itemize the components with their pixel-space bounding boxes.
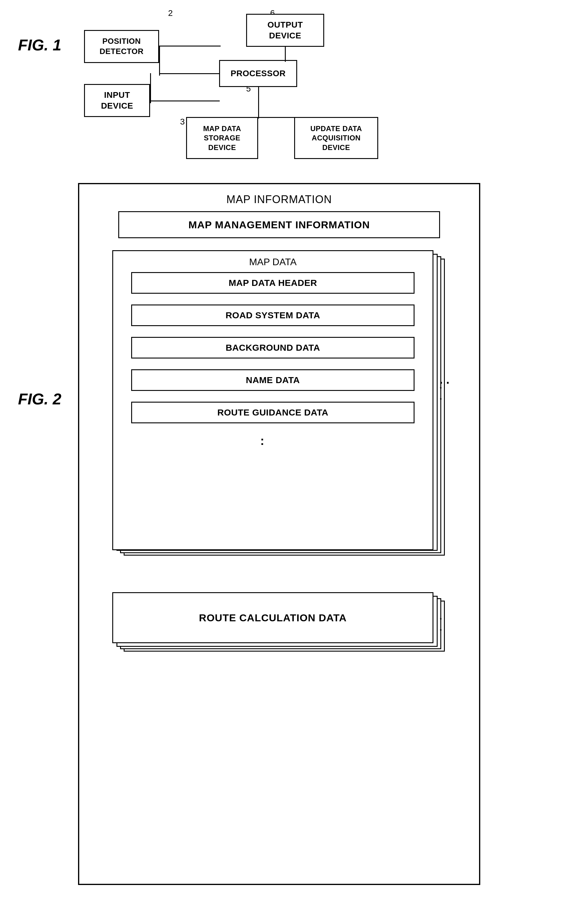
line-proc-pos: [159, 73, 220, 74]
line-proc-out-v: [285, 47, 286, 61]
fig1-section: FIG. 1 6 2 1 5 3 4 OUTPUTDEVICE POSITION…: [0, 0, 561, 168]
position-detector-box: POSITIONDETECTOR: [84, 30, 159, 63]
output-device-box: OUTPUTDEVICE: [246, 14, 324, 47]
fig2-container: MAP INFORMATION MAP MANAGEMENT INFORMATI…: [78, 183, 480, 885]
line-pos-h: [159, 46, 160, 76]
label-3: 3: [180, 117, 185, 127]
road-system-data-box: ROAD SYSTEM DATA: [131, 304, 415, 326]
fig1-label: FIG. 1: [18, 36, 61, 54]
inner-dots: :: [260, 434, 264, 448]
line-pos-h2: [159, 46, 221, 46]
update-data-box: UPDATE DATAACQUISITIONDEVICE: [294, 117, 378, 159]
map-info-label: MAP INFORMATION: [79, 193, 479, 206]
processor-box: PROCESSOR: [219, 60, 297, 87]
mgmt-box: MAP MANAGEMENT INFORMATION: [118, 211, 440, 238]
route-guidance-data-box: ROUTE GUIDANCE DATA: [131, 402, 415, 423]
map-data-title: MAP DATA: [113, 256, 433, 268]
map-data-storage-box: MAP DATASTORAGEDEVICE: [186, 117, 258, 159]
stack-dots-right: ··: [439, 382, 442, 404]
line-proc-down: [258, 87, 259, 118]
line-map-h: [222, 117, 259, 118]
map-data-page: MAP DATA MAP DATA HEADER ROAD SYSTEM DAT…: [112, 250, 433, 550]
line-inp-h: [150, 100, 220, 101]
fig2-section: FIG. 2 MAP INFORMATION MAP MANAGEMENT IN…: [0, 174, 561, 894]
input-device-box: INPUTDEVICE: [84, 84, 150, 117]
route-calc-page: ROUTE CALCULATION DATA: [112, 592, 433, 643]
line-upd-h: [258, 117, 295, 118]
name-data-box: NAME DATA: [131, 369, 415, 391]
label-2: 2: [168, 8, 173, 18]
route-dots-right: ··: [439, 613, 442, 635]
route-calc-label: ROUTE CALCULATION DATA: [199, 612, 347, 624]
line-proc-out-h: [258, 60, 286, 61]
background-data-box: BACKGROUND DATA: [131, 337, 415, 358]
line-inp-v: [150, 73, 151, 103]
map-data-header-box: MAP DATA HEADER: [131, 272, 415, 294]
fig2-label: FIG. 2: [18, 390, 61, 408]
